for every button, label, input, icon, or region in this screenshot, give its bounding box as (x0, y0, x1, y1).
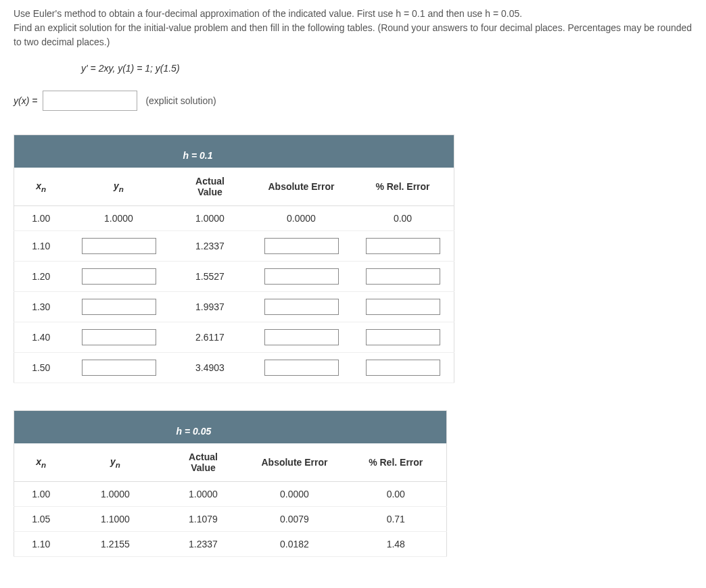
yn-input[interactable] (82, 238, 156, 254)
yn-input[interactable] (82, 299, 156, 315)
table1-banner: h = 0.1 (170, 143, 251, 168)
cell-abs-error (251, 262, 352, 292)
header-rel: % Rel. Error (346, 443, 447, 482)
instructions-line1: Use Euler's method to obtain a four-deci… (14, 8, 522, 19)
cell-rel-error: 1.48 (346, 532, 447, 557)
table-row: 1.301.9937 (14, 292, 454, 322)
euler-table-h01: h = 0.1 xn yn Actual Value Absolute Erro… (14, 134, 454, 383)
yn-input[interactable] (82, 268, 156, 285)
cell-abs-error: 0.0000 (244, 482, 346, 507)
table-row: 1.402.6117 (14, 322, 454, 353)
cell-rel-error (352, 292, 454, 322)
cell-rel-error (352, 231, 454, 262)
table-row: 1.001.00001.00000.00000.00 (14, 206, 454, 231)
abs-error-input[interactable] (264, 268, 339, 285)
cell-xn: 1.30 (14, 292, 68, 322)
differential-equation: y' = 2xy, y(1) = 1; y(1.5) (81, 63, 692, 74)
rel-error-input[interactable] (366, 360, 440, 376)
table-row: 1.001.00001.00000.00000.00 (14, 482, 447, 507)
explicit-solution-row: y(x) = (explicit solution) (14, 91, 692, 111)
cell-actual: 1.5527 (170, 262, 251, 292)
abs-error-input[interactable] (264, 299, 339, 315)
cell-xn: 1.05 (14, 507, 68, 532)
rel-error-input[interactable] (366, 329, 440, 345)
header-abs: Absolute Error (251, 168, 352, 206)
cell-abs-error: 0.0000 (251, 206, 352, 231)
cell-rel-error (352, 322, 454, 353)
cell-rel-error (352, 262, 454, 292)
cell-abs-error (251, 353, 352, 383)
cell-xn: 1.50 (14, 353, 68, 383)
rel-error-input[interactable] (366, 238, 440, 254)
yx-label: y(x) = (14, 95, 37, 106)
table1-header: xn yn Actual Value Absolute Error % Rel.… (14, 168, 454, 206)
table2-banner: h = 0.05 (163, 419, 244, 443)
table-row: 1.101.21551.23370.01821.48 (14, 532, 447, 557)
table-row: 1.051.10001.10790.00790.71 (14, 507, 447, 532)
header-abs: Absolute Error (244, 443, 346, 482)
cell-xn: 1.20 (14, 262, 68, 292)
cell-actual: 1.1079 (163, 507, 244, 532)
table-row: 1.503.4903 (14, 353, 454, 383)
cell-actual: 1.0000 (170, 206, 251, 231)
cell-actual: 2.6117 (170, 322, 251, 353)
yn-input[interactable] (82, 360, 156, 376)
cell-abs-error (251, 322, 352, 353)
cell-yn (68, 322, 170, 353)
rel-error-input[interactable] (366, 299, 440, 315)
cell-xn: 1.00 (14, 206, 68, 231)
instructions-line2: Find an explicit solution for the initia… (14, 22, 692, 47)
cell-actual: 1.2337 (163, 532, 244, 557)
euler-table-h005: h = 0.05 xn yn Actual Value Absolute Err… (14, 410, 447, 557)
cell-yn (68, 231, 170, 262)
cell-yn (68, 292, 170, 322)
cell-rel-error (352, 353, 454, 383)
header-xn: xn (14, 168, 68, 206)
explicit-hint: (explicit solution) (145, 95, 216, 106)
table2-header: xn yn Actual Value Absolute Error % Rel.… (14, 443, 447, 482)
cell-actual: 1.2337 (170, 231, 251, 262)
header-rel: % Rel. Error (352, 168, 454, 206)
yn-input[interactable] (82, 329, 156, 345)
cell-actual: 1.9937 (170, 292, 251, 322)
header-xn: xn (14, 443, 68, 482)
table-row: 1.201.5527 (14, 262, 454, 292)
abs-error-input[interactable] (264, 360, 339, 376)
cell-abs-error: 0.0182 (244, 532, 346, 557)
abs-error-input[interactable] (264, 238, 339, 254)
cell-actual: 3.4903 (170, 353, 251, 383)
explicit-solution-input[interactable] (43, 91, 137, 111)
cell-abs-error: 0.0079 (244, 507, 346, 532)
cell-xn: 1.10 (14, 532, 68, 557)
cell-actual: 1.0000 (163, 482, 244, 507)
cell-yn: 1.2155 (68, 532, 163, 557)
cell-rel-error: 0.71 (346, 507, 447, 532)
table-row: 1.101.2337 (14, 231, 454, 262)
header-actual: Actual Value (163, 443, 244, 482)
cell-yn: 1.0000 (68, 482, 163, 507)
cell-yn: 1.0000 (68, 206, 170, 231)
cell-abs-error (251, 231, 352, 262)
header-actual: Actual Value (170, 168, 251, 206)
cell-xn: 1.10 (14, 231, 68, 262)
cell-yn (68, 262, 170, 292)
header-yn: yn (68, 168, 170, 206)
cell-xn: 1.40 (14, 322, 68, 353)
cell-yn: 1.1000 (68, 507, 163, 532)
cell-xn: 1.00 (14, 482, 68, 507)
cell-yn (68, 353, 170, 383)
cell-abs-error (251, 292, 352, 322)
problem-instructions: Use Euler's method to obtain a four-deci… (14, 7, 692, 49)
abs-error-input[interactable] (264, 329, 339, 345)
header-yn: yn (68, 443, 163, 482)
cell-rel-error: 0.00 (346, 482, 447, 507)
cell-rel-error: 0.00 (352, 206, 454, 231)
rel-error-input[interactable] (366, 268, 440, 285)
